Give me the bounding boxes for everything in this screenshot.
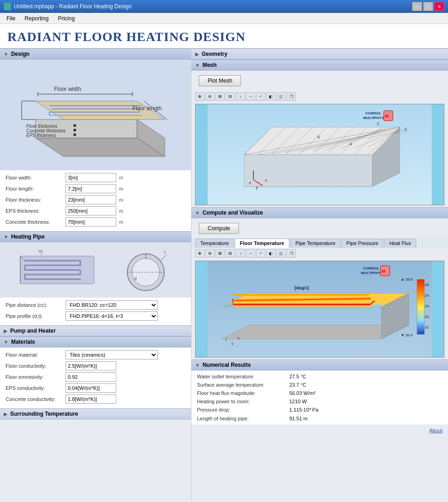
- floor-emmisivity-input[interactable]: [66, 372, 116, 382]
- tab-pipe-temperature[interactable]: Pipe Temperature: [290, 239, 340, 248]
- floor-material-label: Floor material:: [6, 352, 66, 358]
- floor-length-label: Floor length:: [6, 186, 66, 191]
- svg-text:Floor length: Floor length: [132, 105, 161, 112]
- floor-diagram: Floor width Floor length Floor thickness…: [0, 60, 191, 170]
- svg-point-17: [73, 129, 76, 131]
- concrete-conductivity-label: Concrete conductivity:: [6, 396, 66, 402]
- num-row-pipe-length: Length of heating pipe: 91.51 m: [191, 414, 448, 423]
- svg-text:23: 23: [425, 304, 429, 308]
- res-extend-icon[interactable]: ⊟: [226, 249, 235, 257]
- surrounding-temp-header[interactable]: ▶ Surrounding Temperature: [0, 408, 191, 419]
- heat-flux-value: 56.03 W/m²: [289, 390, 316, 396]
- plot-mesh-button[interactable]: Plot Mesh: [199, 75, 241, 86]
- res-hide-icon[interactable]: ◧: [266, 249, 275, 257]
- concrete-thickness-label: Concrete thickness:: [6, 219, 66, 225]
- res-zoom-fit-icon[interactable]: ⊞: [215, 249, 225, 257]
- floor-conductivity-label: Floor conductivity:: [6, 363, 66, 369]
- mesh-toolbar: ⊕ ⊖ ⊞ ⊟ ↕ ↔ ⤢ ◧ ◫ ❐: [191, 91, 448, 102]
- hide-icon[interactable]: ◧: [266, 92, 275, 101]
- svg-text:t: t: [164, 250, 166, 255]
- res-axis-z-icon[interactable]: ↕: [236, 249, 245, 257]
- floor-width-input[interactable]: [66, 173, 116, 182]
- tab-floor-temperature[interactable]: Floor Temperature: [235, 239, 289, 248]
- geometry-header[interactable]: ▶ Geometry: [191, 48, 448, 60]
- pipe-profile-label: Pipe profile (d,t):: [6, 313, 66, 319]
- surrounding-temp-arrow: ▶: [4, 412, 7, 417]
- about-link[interactable]: About: [429, 428, 442, 433]
- svg-text:z: z: [249, 180, 251, 185]
- surface-avg-label: Surface average temperature:: [197, 382, 289, 388]
- surrounding-temp-label: Surrounding Temperature: [10, 411, 78, 417]
- copy-icon[interactable]: ❐: [287, 92, 296, 101]
- zoom-fit-icon[interactable]: ⊞: [215, 92, 225, 101]
- svg-text:4: 4: [349, 142, 352, 146]
- compute-section: ▼ Compute and Visualize Compute Temperat…: [191, 207, 448, 358]
- zoom-in-icon[interactable]: ⊕: [195, 92, 204, 101]
- window-title: Untitled.mphapp - Radiant Floor Heating …: [14, 3, 131, 10]
- axis-z-icon[interactable]: ↕: [236, 92, 245, 101]
- svg-text:25: 25: [425, 283, 429, 287]
- axis-xz-icon[interactable]: ⤢: [256, 92, 265, 101]
- menu-file[interactable]: File: [2, 14, 20, 23]
- num-row-surface-avg: Surface average temperature: 23.7 °C: [191, 381, 448, 389]
- heating-pipe-arrow: ▼: [4, 234, 8, 239]
- compute-button[interactable]: Compute: [199, 223, 239, 234]
- concrete-conductivity-row: Concrete conductivity:: [6, 394, 185, 404]
- floor-thickness-input[interactable]: [66, 195, 116, 204]
- camera-icon[interactable]: ◫: [276, 92, 286, 101]
- eps-thickness-unit: m: [119, 208, 123, 214]
- res-copy-icon[interactable]: ❐: [287, 249, 296, 257]
- tab-pipe-pressure[interactable]: Pipe Pressure: [341, 239, 383, 248]
- floor-length-input[interactable]: [66, 184, 116, 193]
- eps-thickness-input[interactable]: [66, 206, 116, 215]
- tab-heat-flux[interactable]: Heat Flux: [384, 239, 416, 248]
- pump-heater-section: ▶ Pump and Heater: [0, 325, 191, 336]
- maximize-button[interactable]: □: [423, 2, 433, 11]
- pipe-distance-select[interactable]: FHD.BR120: cc=120: [66, 300, 158, 310]
- close-button[interactable]: ✕: [434, 2, 444, 11]
- window-controls[interactable]: ─ □ ✕: [412, 2, 444, 11]
- svg-text:d: d: [134, 276, 137, 281]
- floor-width-unit: m: [119, 175, 123, 180]
- res-axis-x-icon[interactable]: ↔: [246, 249, 255, 257]
- numerical-results-header[interactable]: ▼ Numerical Results: [191, 359, 448, 371]
- numerical-results-label: Numerical Results: [203, 362, 251, 368]
- menu-reporting[interactable]: Reporting: [20, 14, 53, 23]
- pressure-drop-label: Pressure drop:: [197, 407, 289, 413]
- pipe-profile-select[interactable]: FHD.PIPE16: d=16, t=3: [66, 311, 158, 321]
- heating-pipe-header[interactable]: ▼ Heating Pipe: [0, 231, 191, 242]
- svg-point-16: [73, 124, 76, 127]
- water-outlet-label: Water outlet temperature:: [197, 374, 289, 379]
- svg-text:x: x: [265, 178, 267, 183]
- concrete-conductivity-input[interactable]: [66, 394, 116, 404]
- pipe-layout-svg: cc: [16, 247, 99, 293]
- mesh-label: Mesh: [203, 62, 217, 68]
- compute-header[interactable]: ▼ Compute and Visualize: [191, 207, 448, 218]
- floor-conductivity-row: Floor conductivity:: [6, 361, 185, 371]
- res-axis-xz-icon[interactable]: ⤢: [256, 249, 265, 257]
- svg-marker-34: [245, 155, 372, 186]
- pipe-length-value: 91.51 m: [289, 416, 308, 421]
- menu-pricing[interactable]: Pricing: [53, 14, 79, 23]
- pump-heater-header[interactable]: ▶ Pump and Heater: [0, 325, 191, 336]
- minimize-button[interactable]: ─: [412, 2, 422, 11]
- concrete-thickness-input[interactable]: [66, 217, 116, 227]
- res-zoom-in-icon[interactable]: ⊕: [195, 249, 204, 257]
- zoom-out-icon[interactable]: ⊖: [205, 92, 215, 101]
- mesh-header[interactable]: ▼ Mesh: [191, 60, 448, 71]
- res-zoom-out-icon[interactable]: ⊖: [205, 249, 215, 257]
- extend-icon[interactable]: ⊟: [226, 92, 235, 101]
- materials-header[interactable]: ▼ Materials: [0, 336, 191, 347]
- floor-conductivity-input[interactable]: [66, 361, 116, 371]
- res-camera-icon[interactable]: ◫: [276, 249, 286, 257]
- eps-conductivity-input[interactable]: [66, 383, 116, 393]
- floor-material-select[interactable]: Tiles (ceramics): [66, 350, 158, 359]
- result-plot-area: [degC] COMSOL MULTIPHYSICS M: [195, 261, 444, 358]
- design-header[interactable]: ▼ Design: [0, 48, 191, 60]
- tab-temperature[interactable]: Temperature: [195, 239, 234, 248]
- axis-x-icon[interactable]: ↔: [246, 92, 255, 101]
- floor-width-row: Floor width: m: [6, 173, 185, 182]
- right-panel: ▶ Geometry ▼ Mesh Plot Mesh ⊕ ⊖ ⊞ ⊟ ↕ ↔ …: [191, 48, 448, 502]
- svg-rect-84: [417, 280, 424, 335]
- svg-text:cc: cc: [39, 249, 43, 253]
